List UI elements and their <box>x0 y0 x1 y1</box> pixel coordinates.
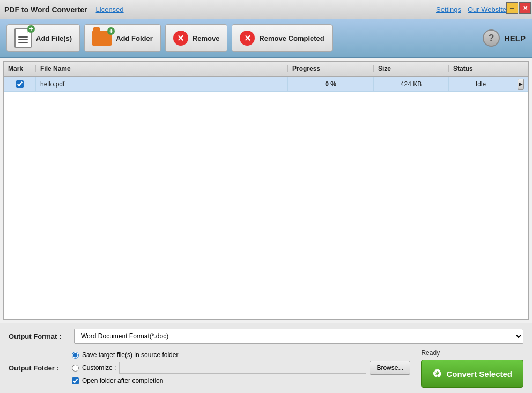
open-folder-row: Open folder after completion <box>72 377 410 384</box>
col-size: Size <box>374 65 449 72</box>
row-progress-cell: 0 % <box>288 77 374 91</box>
output-folder-label: Output Folder : <box>9 364 68 372</box>
customize-label: Customize : <box>82 364 116 372</box>
save-source-row: Save target file(s) in source folder <box>72 351 410 359</box>
remove-icon: ✕ <box>173 31 188 46</box>
row-filename-cell: hello.pdf <box>36 77 288 91</box>
col-status: Status <box>449 65 513 72</box>
row-size-cell: 424 KB <box>374 77 449 91</box>
row-status-cell: Idle <box>449 77 513 91</box>
row-status: Idle <box>476 80 486 88</box>
row-progress: 0 % <box>325 80 336 88</box>
add-folder-button[interactable]: + Add Folder <box>84 24 161 52</box>
row-mark-cell <box>4 77 36 91</box>
col-filename: File Name <box>36 65 288 72</box>
title-bar-links: Settings Our Website <box>436 5 506 13</box>
recycle-icon: ♻ <box>432 367 442 380</box>
remove-completed-button[interactable]: ✕ Remove Completed <box>232 24 332 52</box>
output-format-label: Output Format : <box>9 332 68 340</box>
row-size: 424 KB <box>401 80 422 88</box>
customize-input[interactable] <box>119 362 366 374</box>
table-body: hello.pdf 0 % 424 KB Idle ▶ <box>4 77 528 92</box>
browse-button[interactable]: Browse... <box>370 361 410 375</box>
row-action-cell: ▶ <box>513 77 528 91</box>
add-files-label: Add File(s) <box>36 34 72 42</box>
remove-label: Remove <box>193 34 220 42</box>
remove-button[interactable]: ✕ Remove <box>165 24 228 52</box>
output-folder-row: Output Folder : Save target file(s) in s… <box>9 348 523 388</box>
convert-button[interactable]: ♻ Convert Selected <box>421 360 523 388</box>
help-icon: ? <box>483 29 500 47</box>
bottom-panel: Output Format : Word Document Format(*.d… <box>0 323 532 393</box>
minimize-button[interactable]: ─ <box>506 2 518 14</box>
main-area: Mark File Name Progress Size Status hell… <box>0 58 532 393</box>
remove-completed-icon: ✕ <box>240 31 255 46</box>
window-controls: ─ ✕ <box>506 0 532 19</box>
plus-icon: + <box>27 25 35 33</box>
close-button[interactable]: ✕ <box>519 2 531 14</box>
format-select[interactable]: Word Document Format(*.doc) Word Documen… <box>74 329 523 344</box>
add-files-icon: + <box>14 28 32 48</box>
app-title: PDF to Word Converter <box>4 5 87 14</box>
add-folder-icon: + <box>92 31 112 46</box>
row-checkbox[interactable] <box>16 80 24 88</box>
open-folder-label: Open folder after completion <box>82 377 163 384</box>
file-table-container: Mark File Name Progress Size Status hell… <box>3 61 529 320</box>
help-button[interactable]: ? HELP <box>483 29 526 47</box>
add-files-button[interactable]: + Add File(s) <box>6 24 80 52</box>
remove-completed-label: Remove Completed <box>259 34 324 42</box>
toolbar: + Add File(s) + Add Folder ✕ Remove ✕ Re… <box>0 19 532 58</box>
open-folder-checkbox[interactable] <box>72 377 79 384</box>
bottom-right: Ready ♻ Convert Selected <box>421 348 523 388</box>
ready-label: Ready <box>421 349 440 357</box>
our-website-link[interactable]: Our Website <box>468 5 506 13</box>
play-button[interactable]: ▶ <box>518 79 524 90</box>
save-source-radio[interactable] <box>72 352 79 359</box>
help-label: HELP <box>504 34 526 43</box>
table-header: Mark File Name Progress Size Status <box>4 62 528 77</box>
convert-label: Convert Selected <box>446 369 512 379</box>
customize-row: Customize : Browse... <box>72 361 410 375</box>
save-source-label: Save target file(s) in source folder <box>82 351 178 359</box>
settings-link[interactable]: Settings <box>436 5 461 13</box>
folder-options: Save target file(s) in source folder Cus… <box>72 351 410 384</box>
table-row: hello.pdf 0 % 424 KB Idle ▶ <box>4 77 528 92</box>
col-mark: Mark <box>4 65 36 72</box>
licensed-link[interactable]: Licensed <box>96 5 124 13</box>
output-format-row: Output Format : Word Document Format(*.d… <box>9 329 523 344</box>
title-bar: PDF to Word Converter Licensed Settings … <box>0 0 532 19</box>
folder-plus-icon: + <box>107 27 115 35</box>
customize-radio[interactable] <box>72 365 79 372</box>
row-filename: hello.pdf <box>40 80 64 88</box>
col-progress: Progress <box>288 65 374 72</box>
add-folder-label: Add Folder <box>116 34 153 42</box>
